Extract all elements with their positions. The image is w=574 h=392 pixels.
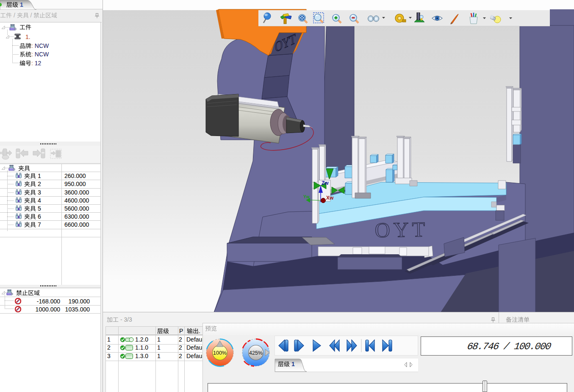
svg-text:Xw: Xw xyxy=(326,195,334,201)
svg-text:Yw: Yw xyxy=(303,195,310,199)
svg-text:68.746 / 100.000: 68.746 / 100.000 xyxy=(466,341,552,352)
svg-text:OYT: OYT xyxy=(374,217,429,242)
svg-text:Zw: Zw xyxy=(322,180,329,186)
svg-text:100%: 100% xyxy=(213,350,227,356)
svg-text:425%: 425% xyxy=(249,350,263,356)
